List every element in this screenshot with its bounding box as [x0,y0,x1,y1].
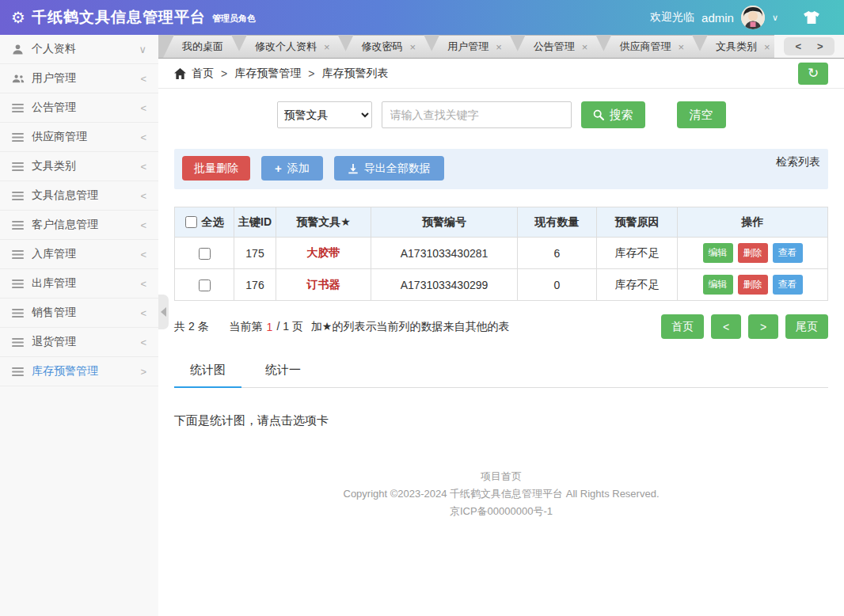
delete-button[interactable]: 删除 [738,275,768,295]
tab-4[interactable]: 用户管理× [428,35,521,58]
table-header-label: 操作 [742,215,764,228]
table-header-cell: 操作 [678,207,828,238]
edit-button[interactable]: 编辑 [703,275,733,295]
add-button[interactable]: + 添加 [261,156,323,181]
sidebar-item-label: 出库管理 [32,276,140,291]
chevron-left-icon: < [140,190,146,202]
add-label: 添加 [287,162,310,176]
avatar[interactable] [741,6,765,29]
sidebar-collapse-handle[interactable] [158,295,169,329]
bars-icon [12,103,32,113]
stat-tab-1[interactable]: 统计图 [174,355,241,388]
prev-page-button[interactable]: < [711,314,741,339]
tab-close-icon[interactable]: × [764,41,770,53]
export-all-button[interactable]: 导出全部数据 [334,156,444,181]
tab-close-icon[interactable]: × [324,41,330,53]
warning-item-name: 大胶带 [307,246,340,259]
app-title: 千纸鹤文具信息管理平台 [32,9,206,26]
row-select-cell [175,269,234,301]
tab-2[interactable]: 修改个人资料× [236,35,349,58]
breadcrumb-module[interactable]: 库存预警管理 [234,67,301,81]
bars-icon [12,132,32,143]
tab-3[interactable]: 修改密码× [343,35,435,58]
search-button[interactable]: 搜索 [581,101,645,128]
sidebar-item-8[interactable]: 入库管理< [0,240,158,269]
batch-delete-button[interactable]: 批量删除 [182,156,250,181]
next-page-button[interactable]: > [748,314,778,339]
sidebar-item-label: 文具类别 [32,159,140,173]
tab-scroll-left-icon[interactable]: < [795,40,801,52]
search-field-select[interactable]: 预警文具 [277,101,372,128]
sidebar-item-label: 库存预警管理 [32,364,140,378]
clear-button[interactable]: 清空 [677,101,726,128]
theme-tshirt-icon[interactable] [803,10,820,25]
view-button[interactable]: 查看 [773,243,803,263]
row-actions-cell: 编辑删除查看 [678,269,828,301]
stat-hint: 下面是统计图，请点击选项卡 [174,413,828,428]
sidebar-item-1[interactable]: 个人资料∨ [0,35,158,64]
view-button[interactable]: 查看 [773,275,803,295]
first-page-button[interactable]: 首页 [661,314,704,339]
stat-tab-2[interactable]: 统计一 [249,355,317,388]
batch-delete-label: 批量删除 [194,162,238,176]
row-actions-cell: 编辑删除查看 [678,238,828,269]
plus-icon: + [275,162,282,175]
sidebar-item-10[interactable]: 销售管理< [0,298,158,328]
tab-close-icon[interactable]: × [582,41,588,53]
tab-5[interactable]: 公告管理× [515,35,607,58]
footer-project-home-link[interactable]: 项目首页 [174,468,828,485]
user-menu-chevron-icon[interactable]: ∨ [772,13,778,23]
sidebar-item-9[interactable]: 出库管理< [0,269,158,298]
row-checkbox[interactable] [199,248,211,260]
users-icon [12,74,32,84]
tab-label: 公告管理 [534,40,575,54]
sidebar-item-label: 供应商管理 [32,130,140,144]
row-checkbox[interactable] [199,279,211,291]
select-all-checkbox[interactable] [185,216,197,228]
bars-icon [12,249,32,260]
sidebar-item-5[interactable]: 文具类别< [0,152,158,181]
tab-close-icon[interactable]: × [496,41,502,53]
sidebar-item-label: 公告管理 [32,101,140,115]
breadcrumb: 首页 > 库存预警管理 > 库存预警列表 ↻ [158,59,844,89]
sidebar-item-4[interactable]: 供应商管理< [0,123,158,152]
tab-7[interactable]: 文具类别× [697,35,774,58]
breadcrumb-home[interactable]: 首页 [192,67,214,81]
main-area: 我的桌面修改个人资料×修改密码×用户管理×公告管理×供应商管理×文具类别× < … [158,35,844,616]
chevron-left-icon: < [140,131,146,143]
tab-bar: 我的桌面修改个人资料×修改密码×用户管理×公告管理×供应商管理×文具类别× < … [158,35,844,59]
edit-button[interactable]: 编辑 [703,243,733,263]
sidebar-item-label: 销售管理 [32,306,140,320]
sidebar-item-2[interactable]: 用户管理< [0,64,158,93]
tab-close-icon[interactable]: × [410,41,416,53]
sidebar-item-3[interactable]: 公告管理< [0,93,158,123]
tab-scroll-right-icon[interactable]: > [817,40,823,52]
search-input[interactable] [382,101,572,128]
role-badge: 管理员角色 [212,13,256,26]
chevron-left-icon: < [140,249,146,260]
row-select-cell [175,238,234,269]
tab-close-icon[interactable]: × [678,41,684,53]
table-header-cell: 现有数量 [518,207,597,238]
tab-1[interactable]: 我的桌面 [163,35,242,58]
bars-icon [12,308,32,318]
delete-button[interactable]: 删除 [738,243,768,263]
sidebar-item-12[interactable]: 库存预警管理> [0,357,158,386]
footer-copyright: Copyright ©2023-2024 千纸鹤文具信息管理平台 All Rig… [174,485,828,503]
last-page-button[interactable]: 尾页 [785,314,828,339]
bars-icon [12,162,32,172]
tab-6[interactable]: 供应商管理× [600,35,703,58]
tab-label: 修改密码 [362,40,403,54]
sidebar-item-label: 文具信息管理 [32,188,140,203]
search-form: 预警文具 搜索 清空 [174,101,828,128]
footer: 项目首页 Copyright ©2023-2024 千纸鹤文具信息管理平台 Al… [174,468,828,520]
sidebar-item-7[interactable]: 客户信息管理< [0,211,158,240]
bars-icon [12,220,32,230]
tab-scroll-area: < > [774,35,844,58]
sidebar-item-6[interactable]: 文具信息管理< [0,181,158,211]
refresh-button[interactable]: ↻ [798,63,828,85]
row-id-cell: 175 [234,238,276,269]
username: admin [701,11,734,25]
sidebar-item-11[interactable]: 退货管理< [0,328,158,357]
toolbar: 批量删除 + 添加 导出全部数据 检索列表 [174,149,828,189]
